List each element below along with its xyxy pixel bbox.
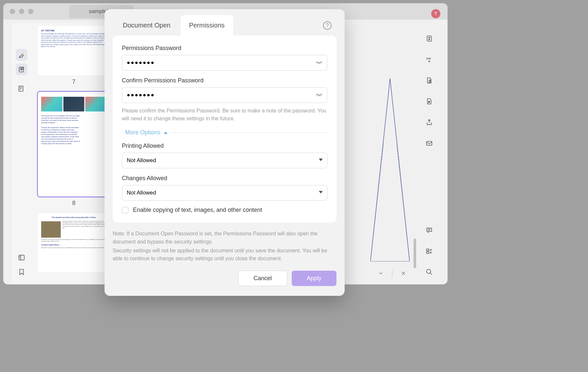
search-tool[interactable] [423,266,435,278]
convert-tool[interactable] [423,33,435,44]
pdfa-tool[interactable]: PDF/A [423,54,435,65]
pdfa-icon: PDF/A [426,56,433,63]
thumb-text: This experiment can be repeated over and… [41,115,80,124]
share-tool[interactable] [423,116,435,128]
svg-line-27 [430,273,432,275]
play-file-icon [426,98,433,105]
traffic-lights [10,9,33,14]
svg-line-35 [321,95,322,96]
page-number-7: 7 [38,78,110,85]
thumb-title: The Health and Mood-Boosting Benefits of… [41,216,106,218]
thumbnail-page-9[interactable]: The Health and Mood-Boosting Benefits of… [38,213,110,272]
close-icon[interactable] [400,270,406,278]
thumbnail-page-7[interactable]: AT THETIME everyone thought that white l… [38,26,110,75]
help-button[interactable]: ? [323,21,332,30]
outline-tool[interactable] [16,83,27,94]
bookmark-tool[interactable] [16,266,27,278]
user-avatar[interactable]: T [431,9,440,18]
bottom-toolbar [378,270,406,278]
outline-icon [18,85,25,92]
page-number-8: 8 [38,200,110,207]
thumbnail-panel[interactable]: AT THETIME everyone thought that white l… [31,23,116,284]
more-options-toggle[interactable]: More Options [125,129,327,136]
left-toolbar [12,23,31,284]
prism-image-1 [41,97,62,111]
file-lock-icon [426,77,433,84]
more-options-label: More Options [125,129,160,136]
highlighter-tool[interactable] [16,49,27,61]
security-dialog: Document Open Permissions ? Permissions … [105,9,345,296]
prism-image-3 [85,97,106,111]
svg-line-33 [318,95,318,96]
slideshow-tool[interactable] [423,95,435,107]
prism-image-2 [63,97,85,111]
svg-point-26 [427,269,431,274]
svg-line-29 [318,63,318,64]
thumb-text: everyone thought that white light was li… [41,33,106,72]
dialog-buttons: Cancel Apply [113,271,336,286]
confirm-hint: Please confirm the Permissions Password.… [122,107,327,123]
apply-button[interactable]: Apply [292,271,336,286]
minimize-window-button[interactable] [19,9,24,14]
tab-permissions[interactable]: Permissions [181,15,233,36]
svg-rect-21 [427,252,429,254]
svg-line-28 [317,62,317,63]
confirm-password-input[interactable] [122,87,327,103]
thumbnail-page-8[interactable]: This experiment can be repeated over and… [38,92,110,196]
lock-tool[interactable] [423,75,435,86]
annotate-icon [18,66,25,73]
panel-icon [18,254,25,261]
changes-label: Changes Allowed [122,175,327,182]
divider [171,132,327,133]
thumb-images [41,97,106,111]
permissions-password-input[interactable] [122,55,327,71]
bookmark-icon [18,268,25,276]
comment-icon [426,227,433,234]
svg-line-32 [317,95,317,96]
convert-icon [426,35,433,42]
comment-tool[interactable] [423,224,435,236]
svg-text:/A: /A [428,60,431,63]
note-text-2: Security settings will not be applied to… [113,247,336,263]
printing-select[interactable]: Not Allowed [122,153,327,168]
maximize-window-button[interactable] [28,9,33,14]
panel-tool[interactable] [16,252,27,263]
dialog-tabs: Document Open Permissions ? [105,9,345,36]
dropdown-icon[interactable] [378,270,384,278]
svg-rect-7 [19,255,24,260]
right-toolbar: PDF/A [419,23,439,284]
svg-rect-3 [19,86,23,92]
copy-checkbox[interactable] [122,207,128,213]
search-icon [426,268,433,276]
prism-diagram [370,78,410,262]
copy-checkbox-label: Enable copying of text, images, and othe… [133,207,262,213]
scrollbar-thumb[interactable] [414,239,416,268]
eye-closed-icon [316,59,323,66]
changes-select[interactable]: Not Allowed [122,185,327,201]
tab-document-open[interactable]: Document Open [114,15,179,36]
mail-tool[interactable] [423,137,435,149]
toggle-password-visibility[interactable] [316,59,323,67]
highlighter-icon [18,51,25,59]
svg-line-30 [320,63,320,64]
thumb-text: Through this experiment, Newton laid the… [41,127,80,145]
svg-rect-20 [427,249,429,251]
close-window-button[interactable] [10,9,15,14]
toggle-confirm-visibility[interactable] [316,91,323,99]
scrollbar[interactable] [414,29,416,278]
separator [392,270,392,278]
eye-closed-icon [316,91,323,98]
annotate-tool[interactable] [16,63,27,75]
share-icon [426,119,433,126]
properties-icon [426,247,433,255]
copy-checkbox-row[interactable]: Enable copying of text, images, and othe… [122,207,327,213]
confirm-password-label: Confirm Permissions Password [122,77,327,84]
properties-tool[interactable] [423,245,435,257]
permissions-password-label: Permissions Password [122,45,327,52]
svg-rect-16 [429,81,431,83]
note-text-1: Note: If a Document Open Password is set… [113,230,336,246]
svg-line-31 [321,62,322,63]
cancel-button[interactable]: Cancel [238,271,287,286]
cat-image [41,221,61,238]
thumb-subhead: Possible Health Effects [41,244,106,246]
